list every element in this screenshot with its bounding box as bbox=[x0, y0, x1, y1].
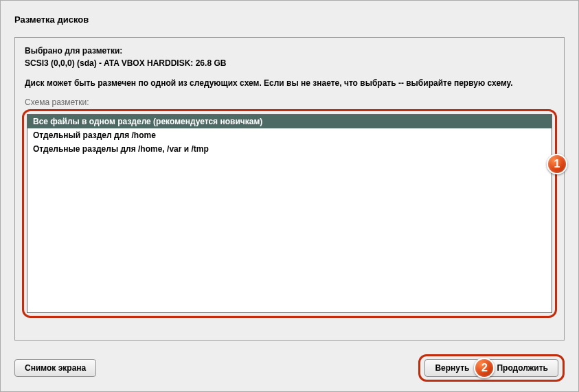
disk-description: SCSI3 (0,0,0) (sda) - ATA VBOX HARDDISK:… bbox=[25, 58, 554, 68]
content-frame: Выбрано для разметки: SCSI3 (0,0,0) (sda… bbox=[14, 37, 565, 341]
annotation-badge-2: 2 bbox=[474, 358, 495, 378]
scheme-option-separate-home-var-tmp[interactable]: Отдельные разделы для /home, /var и /tmp bbox=[27, 142, 552, 156]
installer-window: Разметка дисков Выбрано для разметки: SC… bbox=[0, 0, 579, 392]
annotation-badge-1: 1 bbox=[547, 154, 567, 174]
back-button[interactable]: Вернуть bbox=[424, 359, 479, 377]
hint-text: Диск может быть размечен по одной из сле… bbox=[25, 78, 554, 89]
screenshot-button[interactable]: Снимок экрана bbox=[14, 359, 96, 377]
selected-for-partitioning-label: Выбрано для разметки: bbox=[25, 46, 554, 56]
continue-button[interactable]: Продолжить bbox=[486, 359, 558, 377]
footer-bar: Снимок экрана Вернуть Продолжить 2 bbox=[14, 354, 565, 382]
partitioning-scheme-listbox[interactable]: Все файлы в одном разделе (рекомендуется… bbox=[27, 114, 552, 313]
scheme-section-label: Схема разметки: bbox=[25, 97, 554, 107]
scheme-option-all-one-partition[interactable]: Все файлы в одном разделе (рекомендуется… bbox=[27, 115, 552, 128]
scheme-option-separate-home[interactable]: Отдельный раздел для /home bbox=[27, 128, 552, 142]
annotation-highlight-2: Вернуть Продолжить 2 bbox=[418, 354, 565, 382]
annotation-highlight-1: Все файлы в одном разделе (рекомендуется… bbox=[22, 109, 557, 318]
page-title: Разметка дисков bbox=[14, 14, 565, 25]
